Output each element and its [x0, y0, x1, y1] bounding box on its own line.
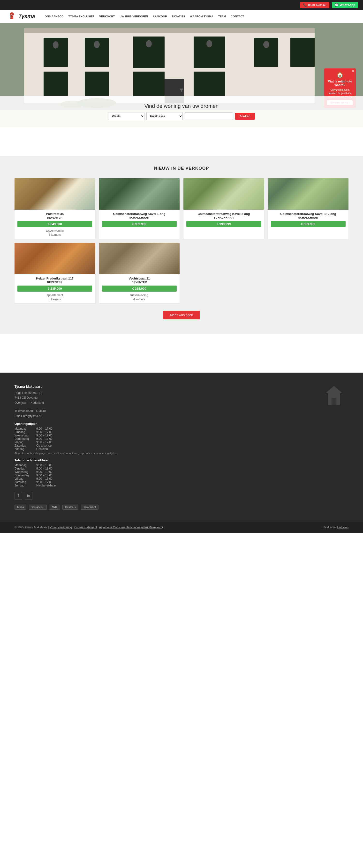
meer-woningen-wrap: Meer woningen — [15, 311, 348, 319]
prop-street-4: Colmschaterstraatweg Kavel 1+2 ong — [271, 212, 345, 216]
logo-text: Tysma — [19, 13, 35, 20]
footer-spacer-2 — [0, 353, 363, 373]
property-image-3 — [184, 178, 264, 210]
search-input[interactable] — [185, 113, 233, 120]
partner-vastgoed[interactable]: vastgoed... — [29, 505, 47, 510]
prop-rooms-6: 4 kamers — [102, 298, 177, 301]
hours-row-di: Dinsdag 9:00 – 17:00 — [15, 430, 305, 434]
tel-row-vr: Vrijdag 9:00 – 18:00 — [15, 477, 305, 480]
property-image-2 — [99, 178, 179, 210]
footer-copyright: © 2025 Tysma Makelaars | Privacyverklari… — [15, 526, 164, 529]
widget-title: Wat is mijn huis waard? — [327, 80, 353, 87]
property-card-1[interactable]: Polstraat 34 DEVENTER € 849.000 tussenwo… — [15, 178, 95, 239]
footer-realisatie: Realisatie: Het Wep — [323, 526, 348, 529]
prop-type-6: tussenwoning — [102, 293, 177, 297]
tel-time-za: 9:00 – 17:00 — [36, 480, 53, 484]
tel-row-do: Donderdag 9:00 – 18:00 — [15, 474, 305, 477]
hetwep-link[interactable]: Het Wep — [337, 526, 348, 529]
hours-time-di: 9:00 – 17:00 — [36, 430, 53, 434]
nav-taxaties[interactable]: TAXATIES — [169, 15, 188, 18]
svg-rect-12 — [44, 71, 68, 96]
prop-city-4: SCHALKHAAR — [271, 216, 345, 219]
hours-row-vr: Vrijdag 9:00 – 17:00 — [15, 440, 305, 444]
property-card-3[interactable]: Colmschaterstraatweg Kavel 2 ong SCHALKH… — [184, 178, 264, 239]
svg-point-20 — [94, 41, 100, 48]
hours-time-ma: 9:00 – 17:00 — [36, 427, 53, 430]
scroll-arrow[interactable]: ▼ — [178, 87, 185, 93]
hours-day-zo: Zondag — [15, 447, 36, 451]
hours-time-wo: 9:00 – 17:00 — [36, 434, 53, 437]
search-button[interactable]: Zoeken — [235, 113, 255, 120]
partner-taxateurs[interactable]: taxateurs — [62, 505, 78, 510]
nav-aankoop[interactable]: AANKOOP — [150, 15, 169, 18]
nav-tysma-exclusief[interactable]: TYSMA EXCLUSIEF — [66, 15, 97, 18]
algemene-link[interactable]: Algemene Consumentenvoorwaarden Makelaar… — [99, 526, 164, 529]
footer-openingstijden: Maandag 9:00 – 17:00 Dinsdag 9:00 – 17:0… — [15, 427, 305, 451]
tel-day-do: Donderdag — [15, 474, 36, 477]
property-card-4[interactable]: Colmschaterstraatweg Kavel 1+2 ong SCHAL… — [268, 178, 348, 239]
privacy-link[interactable]: Privacyverklaring — [50, 526, 72, 529]
logo[interactable]: Tysma — [7, 12, 35, 21]
prop-price-1: € 849.000 — [18, 221, 92, 227]
hours-day-ma: Maandag — [15, 427, 36, 430]
nav-contact[interactable]: CONTACT — [228, 15, 247, 18]
widget-close-button[interactable]: ✕ — [352, 69, 354, 73]
hours-day-di: Dinsdag — [15, 430, 36, 434]
phone-icon: 📞 — [303, 3, 307, 7]
nav-verkocht[interactable]: VERKOCHT — [97, 15, 117, 18]
footer-contact: Telefoon 0570 – 623140 Email info@tysma.… — [15, 409, 305, 418]
footer-address-line1: Hoge Hondstraat 113 — [15, 391, 42, 395]
partner-nvm[interactable]: NVM — [49, 505, 60, 510]
nav-waarom-tysma[interactable]: WAAROM TYSMA — [188, 15, 216, 18]
footer-telefonisch: Maandag 9:00 – 18:00 Dinsdag 9:00 – 18:0… — [15, 464, 305, 487]
svg-rect-14 — [133, 71, 165, 96]
tel-row-za: Zaterdag 9:00 – 17:00 — [15, 480, 305, 484]
tel-time-ma: 9:00 – 18:00 — [36, 464, 53, 467]
whatsapp-button[interactable]: 💬 WhatsApp — [332, 2, 358, 8]
meer-woningen-button[interactable]: Meer woningen — [163, 311, 200, 319]
cookie-link[interactable]: Cookie statement — [74, 526, 97, 529]
prop-rooms-1: 6 kamers — [18, 233, 92, 237]
svg-rect-11 — [290, 38, 315, 67]
prop-street-5: Keizer Frederikstraat 117 — [18, 277, 92, 280]
tel-time-wo: 9:00 – 18:00 — [36, 470, 53, 474]
footer-spacer — [0, 334, 363, 353]
prop-type-5: appartement — [18, 293, 92, 297]
prijsklasse-select[interactable]: Prijsklasse — [146, 112, 183, 120]
prop-city-5: DEVENTER — [18, 281, 92, 284]
property-image-4 — [268, 178, 348, 210]
facebook-icon[interactable]: f — [15, 492, 22, 500]
hours-row-ma: Maandag 9:00 – 17:00 — [15, 427, 305, 430]
partner-funda[interactable]: funda — [15, 505, 26, 510]
hours-row-zo: Zondag Gesloten — [15, 447, 305, 451]
top-bar: 📞 0570 623140 💬 WhatsApp — [0, 0, 363, 10]
prop-street-3: Colmschaterstraatweg Kavel 2 ong — [186, 212, 261, 216]
nav-uw-huis-verkopen[interactable]: UW HUIS VERKOPEN — [117, 15, 150, 18]
property-info-5: Keizer Frederikstraat 117 DEVENTER € 235… — [15, 274, 95, 304]
property-card-2[interactable]: Colmschaterstraatweg Kavel 1 ong SCHALKH… — [99, 178, 179, 239]
plaats-select[interactable]: Plaats — [108, 112, 144, 120]
footer-address-line3: Overijssel – Nederland — [15, 401, 44, 404]
property-card-6[interactable]: Vechtstraat 21 DEVENTER € 315.000 tussen… — [99, 243, 179, 304]
hours-row-do: Donderdag 9:00 – 17:00 — [15, 437, 305, 440]
spacer-hero-to-nieuw — [0, 127, 363, 156]
linkedin-icon[interactable]: in — [25, 492, 32, 500]
phone-button[interactable]: 📞 0570 623140 — [300, 2, 329, 8]
tel-day-wo: Woensdag — [15, 470, 36, 474]
phone-number: 0570 623140 — [308, 3, 327, 7]
hours-day-za: Zaterdag — [15, 444, 36, 447]
prop-street-1: Polstraat 34 — [18, 212, 92, 216]
svg-rect-25 — [332, 398, 336, 405]
tel-row-wo: Woensdag 9:00 – 18:00 — [15, 470, 305, 474]
property-image-5 — [15, 243, 95, 274]
property-card-5[interactable]: Keizer Frederikstraat 117 DEVENTER € 235… — [15, 243, 95, 304]
nav-ons-aanbod[interactable]: ONS AANBOD — [43, 15, 66, 18]
linkedin-label: in — [27, 494, 30, 498]
hours-day-wo: Woensdag — [15, 434, 36, 437]
prop-price-2: € 999.999 — [102, 221, 177, 227]
empty-slot-2 — [268, 243, 348, 304]
hero-title: Vind de woning van uw dromen — [144, 103, 219, 109]
partner-pararius[interactable]: pararius.nl — [81, 505, 99, 510]
nav-team[interactable]: TEAM — [216, 15, 228, 18]
tel-day-vr: Vrijdag — [15, 477, 36, 480]
